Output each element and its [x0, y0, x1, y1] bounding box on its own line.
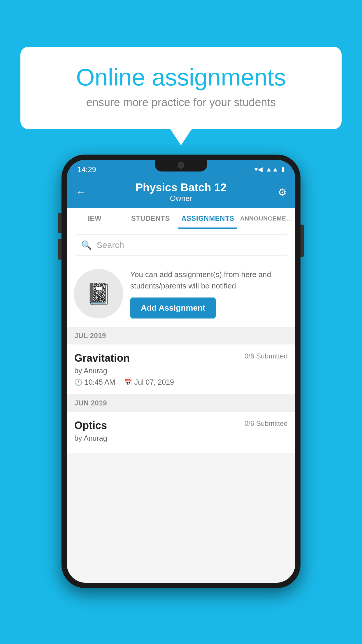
assignment-meta-gravitation: 🕐 10:45 AM 📅 Jul 07, 2019 — [74, 378, 288, 386]
speech-bubble-subtitle: ensure more practice for your students — [44, 96, 318, 109]
phone-notch — [155, 160, 207, 172]
battery-icon: ▮ — [281, 166, 285, 173]
meta-date-gravitation: 📅 Jul 07, 2019 — [124, 378, 174, 386]
assignment-title-gravitation: Gravitation — [74, 352, 130, 364]
speech-bubble: Online assignments ensure more practice … — [20, 47, 342, 129]
meta-time-gravitation: 🕐 10:45 AM — [74, 378, 115, 386]
back-button[interactable]: ← — [75, 186, 93, 199]
search-bar[interactable]: 🔍 Search — [74, 235, 288, 256]
volume-down-button[interactable] — [58, 239, 61, 260]
settings-button[interactable]: ⚙ — [269, 186, 287, 198]
front-camera — [178, 162, 184, 169]
assignment-row-top-optics: Optics 0/6 Submitted — [74, 419, 288, 432]
promo-content: You can add assignment(s) from here and … — [130, 269, 288, 318]
app-bar-title-section: Physics Batch 12 Owner — [93, 181, 269, 203]
notebook-icon: 📓 — [86, 282, 111, 306]
promo-icon-circle: 📓 — [74, 269, 123, 318]
calendar-icon: 📅 — [124, 379, 132, 386]
app-bar-title: Physics Batch 12 — [93, 181, 269, 194]
phone-wrapper: 14:29 ▾◀ ▲▲ ▮ ← Physics Batch 12 Owner ⚙ — [61, 155, 301, 588]
speech-bubble-title: Online assignments — [44, 64, 318, 90]
power-button[interactable] — [301, 225, 304, 257]
section-header-jun2019: JUN 2019 — [67, 394, 295, 412]
app-bar-subtitle: Owner — [93, 194, 269, 203]
volume-up-button[interactable] — [58, 213, 61, 233]
phone-side-buttons-right — [301, 225, 304, 257]
clock-icon: 🕐 — [74, 379, 82, 386]
search-container: 🔍 Search — [67, 229, 295, 261]
assignment-item-gravitation[interactable]: Gravitation 0/6 Submitted by Anurag 🕐 10… — [67, 344, 295, 394]
wifi-icon: ▾◀ — [254, 166, 263, 173]
promo-text: You can add assignment(s) from here and … — [130, 269, 288, 292]
tabs-bar: IEW STUDENTS ASSIGNMENTS ANNOUNCEME… — [67, 208, 295, 229]
add-assignment-promo: 📓 You can add assignment(s) from here an… — [67, 261, 295, 327]
add-assignment-button[interactable]: Add Assignment — [130, 298, 216, 318]
status-time: 14:29 — [77, 165, 96, 174]
assignment-by-gravitation: by Anurag — [74, 367, 288, 375]
phone-screen: 14:29 ▾◀ ▲▲ ▮ ← Physics Batch 12 Owner ⚙ — [67, 160, 295, 583]
assignment-by-optics: by Anurag — [74, 434, 288, 442]
assignment-submitted-gravitation: 0/6 Submitted — [245, 352, 288, 360]
search-icon: 🔍 — [81, 240, 92, 250]
tab-announcements[interactable]: ANNOUNCEME… — [237, 208, 295, 229]
assignment-title-optics: Optics — [74, 419, 107, 432]
section-header-jul2019: JUL 2019 — [67, 327, 295, 344]
search-placeholder: Search — [96, 240, 124, 250]
assignment-time-gravitation: 10:45 AM — [85, 378, 115, 386]
assignment-item-optics[interactable]: Optics 0/6 Submitted by Anurag — [67, 412, 295, 453]
speech-bubble-container: Online assignments ensure more practice … — [20, 47, 342, 129]
tab-students[interactable]: STUDENTS — [123, 208, 179, 229]
assignment-date-gravitation: Jul 07, 2019 — [134, 378, 174, 386]
app-bar: ← Physics Batch 12 Owner ⚙ — [67, 176, 295, 208]
status-icons: ▾◀ ▲▲ ▮ — [254, 166, 285, 173]
assignment-submitted-optics: 0/6 Submitted — [245, 419, 288, 428]
tab-assignments[interactable]: ASSIGNMENTS — [178, 208, 237, 229]
phone-outer: 14:29 ▾◀ ▲▲ ▮ ← Physics Batch 12 Owner ⚙ — [61, 155, 301, 588]
assignment-row-top: Gravitation 0/6 Submitted — [74, 352, 288, 364]
phone-side-buttons-left — [58, 213, 61, 260]
signal-icon: ▲▲ — [266, 166, 278, 173]
tab-iew[interactable]: IEW — [67, 208, 123, 229]
